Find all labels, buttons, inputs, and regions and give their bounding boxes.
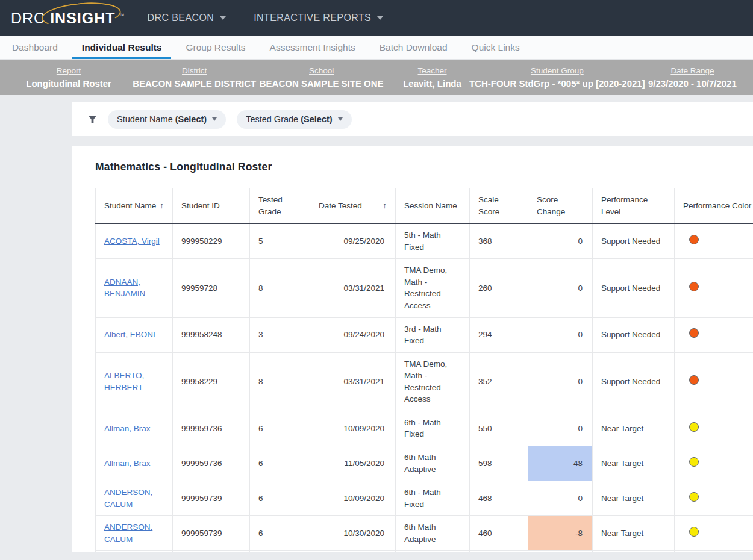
student-name-filter-dropdown[interactable]: Student Name (Select) xyxy=(108,110,226,129)
student-name-link[interactable]: Allman, Brax xyxy=(104,424,151,433)
performance-level-cell: Support Needed xyxy=(593,352,675,411)
crumb-school: School BEACON SAMPLE SITE ONE xyxy=(256,66,387,89)
student-name-link[interactable]: ACOSTA, Virgil xyxy=(104,237,160,246)
date-tested-cell: 09/24/2020 xyxy=(310,317,396,352)
sort-asc-icon[interactable]: ↑ xyxy=(157,199,164,211)
app-header: DRC INSIGHT ™ DRC BEACON INTERACTIVE REP… xyxy=(0,0,753,36)
primary-tabbar: Dashboard Individual Results Group Resul… xyxy=(0,36,753,60)
filter-select-hint: (Select) xyxy=(301,114,332,124)
tested-grade-filter-dropdown[interactable]: Tested Grade (Select) xyxy=(237,110,351,129)
student-id-cell: 999959739 xyxy=(173,516,250,551)
drc-insight-logo[interactable]: DRC INSIGHT ™ xyxy=(11,8,125,28)
performance-color-dot xyxy=(689,375,699,385)
tab-assessment-insights[interactable]: Assessment Insights xyxy=(258,36,367,59)
menu-interactive-reports[interactable]: INTERACTIVE REPORTS xyxy=(254,13,383,23)
student-name-cell: Allman, Brax xyxy=(96,411,173,446)
logo-text-insight: INSIGHT xyxy=(50,10,115,26)
student-name-link[interactable]: ALBERTO, HERBERT xyxy=(104,371,144,392)
student-name-link[interactable]: ANDERSON, CALUM xyxy=(104,523,152,544)
performance-level-cell: Near Target xyxy=(593,411,675,446)
student-name-cell: Allman, Brax xyxy=(96,446,173,481)
date-tested-cell: 10/30/2020 xyxy=(310,516,396,551)
student-id-cell: 99958229 xyxy=(173,352,250,411)
student-name-cell: ADNAAN, BENJAMIN xyxy=(96,259,173,317)
student-id-cell: 999959736 xyxy=(173,446,250,481)
crumb-student-group-label[interactable]: Student Group xyxy=(531,66,584,75)
menu-drc-beacon-label: DRC BEACON xyxy=(148,13,214,23)
col-session-name[interactable]: Session Name xyxy=(396,188,470,224)
performance-level-cell: Support Needed xyxy=(593,317,675,352)
performance-color-dot xyxy=(689,457,699,467)
col-performance-level[interactable]: Performance Level xyxy=(593,188,675,224)
crumb-report-label[interactable]: Report xyxy=(57,66,81,75)
performance-level-cell: Near Target xyxy=(593,516,675,551)
table-row: Allman, Brax 999959736 6 10/09/2020 6th … xyxy=(96,411,753,446)
roster-table-body: ACOSTA, Virgil 999958229 5 09/25/2020 5t… xyxy=(96,223,753,552)
tab-batch-download[interactable]: Batch Download xyxy=(367,36,460,59)
table-row: ANDERSON, CALUM 999959739 6 10/09/2020 6… xyxy=(96,481,753,516)
crumb-district: District BEACON SAMPLE DISTRICT xyxy=(133,66,256,89)
student-name-link[interactable]: Albert, EBONI xyxy=(104,330,155,339)
performance-color-cell xyxy=(675,411,753,446)
session-name-cell: 7th - Math Fixed xyxy=(396,551,470,552)
table-row: ACOSTA, Virgil 999958229 5 09/25/2020 5t… xyxy=(96,223,753,259)
menu-drc-beacon[interactable]: DRC BEACON xyxy=(148,13,227,23)
tested-grade-cell: 3 xyxy=(250,317,310,352)
page-content: Student Name (Select) Tested Grade (Sele… xyxy=(0,95,753,552)
col-student-name[interactable]: Student Name↑ xyxy=(96,188,173,224)
tested-grade-cell: 6 xyxy=(250,516,310,551)
col-score-change[interactable]: Score Change xyxy=(528,188,593,224)
crumb-district-label[interactable]: District xyxy=(182,66,207,75)
table-row: ADNAAN, BENJAMIN 99959728 8 03/31/2021 T… xyxy=(96,259,753,317)
col-performance-color[interactable]: Performance Color xyxy=(675,188,753,224)
roster-table: Student Name↑ Student ID Tested Grade Da… xyxy=(95,188,753,552)
roster-table-wrap: Student Name↑ Student ID Tested Grade Da… xyxy=(95,188,753,552)
date-tested-cell: 11/05/2020 xyxy=(310,446,396,481)
score-change-cell: 0 xyxy=(528,352,593,411)
col-student-id[interactable]: Student ID xyxy=(173,188,250,224)
filter-bar: Student Name (Select) Tested Grade (Sele… xyxy=(72,102,753,136)
tab-dashboard[interactable]: Dashboard xyxy=(0,36,70,59)
student-name-link[interactable]: ANDERSON, CALUM xyxy=(104,488,152,509)
report-context-bar: Report Longitudinal Roster District BEAC… xyxy=(0,60,753,95)
student-name-link[interactable]: Allman, Brax xyxy=(104,459,151,468)
col-scale-score[interactable]: Scale Score xyxy=(470,188,528,224)
score-change-cell: 0 xyxy=(528,223,593,259)
crumb-teacher-label[interactable]: Teacher xyxy=(418,66,447,75)
score-change-cell: -8 xyxy=(528,516,593,551)
crumb-teacher: Teacher Leavitt, Linda xyxy=(387,66,478,89)
score-change-cell: 0 xyxy=(528,481,593,516)
tab-quick-links[interactable]: Quick Links xyxy=(460,36,532,59)
date-tested-cell: 09/25/2020 xyxy=(310,223,396,259)
tested-grade-cell: 6 xyxy=(250,481,310,516)
crumb-date-range-label[interactable]: Date Range xyxy=(670,66,714,75)
crumb-teacher-value: Leavitt, Linda xyxy=(403,78,461,89)
crumb-school-label[interactable]: School xyxy=(309,66,334,75)
crumb-report: Report Longitudinal Roster xyxy=(5,66,133,89)
date-tested-cell: 03/31/2021 xyxy=(310,259,396,317)
student-name-link[interactable]: ADNAAN, BENJAMIN xyxy=(104,278,145,299)
performance-color-cell xyxy=(675,551,753,552)
table-row: ARIAS, Imaani 999913548 7 10/09/2020 7th… xyxy=(96,551,753,552)
tab-group-results[interactable]: Group Results xyxy=(173,36,257,59)
date-tested-cell: 10/09/2020 xyxy=(310,481,396,516)
performance-color-cell xyxy=(675,516,753,551)
sort-asc-icon[interactable]: ↑ xyxy=(380,199,387,211)
scale-score-cell: 550 xyxy=(470,411,528,446)
student-name-cell: Albert, EBONI xyxy=(96,317,173,352)
filter-label: Student Name xyxy=(117,114,173,124)
performance-level-cell: Near Target xyxy=(593,481,675,516)
session-name-cell: TMA Demo, Math - Restricted Access xyxy=(396,259,470,317)
col-tested-grade[interactable]: Tested Grade xyxy=(250,188,310,224)
crumb-report-value: Longitudinal Roster xyxy=(26,78,111,89)
tab-individual-results[interactable]: Individual Results xyxy=(70,36,174,59)
performance-color-cell xyxy=(675,317,753,352)
col-date-tested[interactable]: Date Tested↑ xyxy=(310,188,396,224)
chevron-down-icon xyxy=(220,16,226,20)
session-name-cell: 6th Math Adaptive xyxy=(396,516,470,551)
student-name-cell: ALBERTO, HERBERT xyxy=(96,352,173,411)
student-id-cell: 99959728 xyxy=(173,259,250,317)
tested-grade-cell: 6 xyxy=(250,411,310,446)
filter-funnel-icon[interactable] xyxy=(88,115,97,124)
performance-color-cell xyxy=(675,481,753,516)
